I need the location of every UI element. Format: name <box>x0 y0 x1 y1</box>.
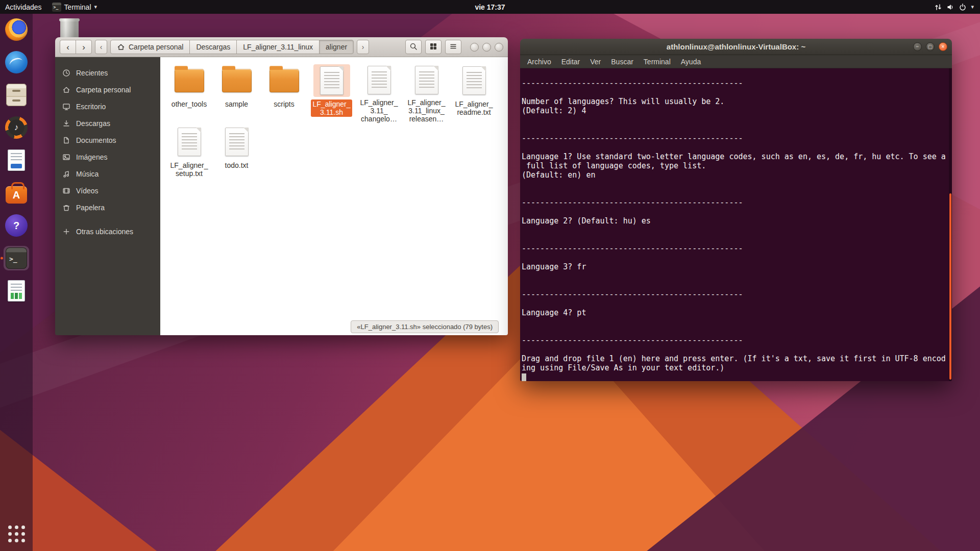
file-item-sample[interactable]: sample <box>213 64 260 123</box>
terminal-titlebar[interactable]: athlonlinux@athlonlinux-VirtualBox: ~ − … <box>520 39 952 55</box>
dock-item-firefox[interactable] <box>0 17 33 42</box>
search-button[interactable] <box>405 40 422 54</box>
file-item-lf-aligner-setup-txt[interactable]: LF_aligner_ setup.txt <box>165 126 213 185</box>
system-status-menu[interactable]: ▾ <box>928 0 980 14</box>
file-cabinet-icon <box>6 84 27 106</box>
download-icon <box>62 119 70 128</box>
terminal-menu-terminal[interactable]: Terminal <box>639 56 676 67</box>
scrollbar-thumb[interactable] <box>949 193 951 380</box>
file-item-todo-txt[interactable]: todo.txt <box>213 126 260 185</box>
file-label: other_tools <box>169 99 209 109</box>
file-thumbnail <box>171 64 208 97</box>
terminal-scrollbar[interactable] <box>949 68 952 381</box>
file-label: LF_aligner_ 3.11_ changelo… <box>358 98 400 123</box>
sidebar-item-otras-ubicaciones[interactable]: Otras ubicaciones <box>55 223 160 240</box>
dock: ♪A?>_ <box>0 14 33 551</box>
close-button[interactable]: × <box>939 42 947 51</box>
terminal-line <box>522 327 952 336</box>
file-item-lf-aligner-3-11-linux-releasen[interactable]: LF_aligner_ 3.11_linux_ releasen… <box>403 64 450 123</box>
terminal-menu-ayuda[interactable]: Ayuda <box>676 56 706 67</box>
dock-item-rhythmbox[interactable]: ♪ <box>0 115 33 140</box>
dock-item-thunderbird[interactable] <box>0 50 33 74</box>
forward-button[interactable]: › <box>76 40 92 54</box>
file-item-lf-aligner-3-11-changelo[interactable]: LF_aligner_ 3.11_ changelo… <box>355 64 403 123</box>
window-menu-button[interactable] <box>445 40 461 54</box>
view-toggle-button[interactable] <box>425 40 442 54</box>
dock-item-files[interactable] <box>0 83 33 107</box>
file-thumbnail <box>218 64 255 97</box>
minimize-button[interactable]: − <box>913 42 922 51</box>
files-headerbar: ‹ › ‹ Carpeta personalDescargasLF_aligne… <box>55 37 508 57</box>
dock-item-writer[interactable] <box>0 148 33 172</box>
path-overflow-left-button[interactable]: ‹ <box>95 40 107 54</box>
dock-item-calc[interactable] <box>0 279 33 303</box>
apps-grid-icon <box>8 525 25 542</box>
dock-item-terminal[interactable]: >_ <box>0 246 33 270</box>
file-thumbnail <box>313 64 350 97</box>
file-thumbnail <box>408 64 445 95</box>
chevron-down-icon: ▾ <box>971 4 974 10</box>
sidebar-item-documentos[interactable]: Documentos <box>55 132 160 148</box>
maximize-button[interactable] <box>482 43 491 52</box>
window-controls: − ▢ × <box>913 42 947 51</box>
clock-button[interactable]: vie 17:37 <box>470 0 510 14</box>
path-segment-lf-aligner-3-11-linux[interactable]: LF_aligner_3.11_linux <box>236 40 320 54</box>
sidebar-item-carpeta-personal[interactable]: Carpeta personal <box>55 81 160 98</box>
path-bar: Carpeta personalDescargasLF_aligner_3.11… <box>110 40 354 54</box>
terminal-line: Drag and drop file 1 (en) here and press… <box>522 354 952 363</box>
path-segment-aligner[interactable]: aligner <box>319 40 354 54</box>
file-thumbnail <box>171 126 208 158</box>
video-icon <box>62 187 70 195</box>
focused-app-menu[interactable]: >_ Terminal ▾ <box>47 0 102 14</box>
activities-button[interactable]: Actividades <box>0 0 47 14</box>
terminal-menu-ver[interactable]: Ver <box>585 56 606 67</box>
file-item-lf-aligner-readme-txt[interactable]: LF_aligner_ readme.txt <box>450 64 498 123</box>
file-item-other-tools[interactable]: other_tools <box>165 64 213 123</box>
dock-item-software[interactable]: A <box>0 181 33 205</box>
home-icon <box>117 43 125 51</box>
terminal-line <box>522 281 952 290</box>
focused-app-label: Terminal <box>64 3 91 11</box>
files-content-area[interactable]: other_toolssamplescriptsLF_aligner_ 3.11… <box>160 57 508 335</box>
file-item-lf-aligner-3-11-sh[interactable]: LF_aligner_ 3.11.sh <box>308 64 355 123</box>
terminal-menu-buscar[interactable]: Buscar <box>606 56 639 67</box>
file-item-scripts[interactable]: scripts <box>260 64 308 123</box>
path-segment-descargas[interactable]: Descargas <box>189 40 237 54</box>
terminal-menu-editar[interactable]: Editar <box>556 56 585 67</box>
terminal-screen[interactable]: ----------------------------------------… <box>520 68 952 381</box>
power-icon <box>959 3 967 11</box>
dock-item-help[interactable]: ? <box>0 213 33 238</box>
terminal-line: Language 1? Use standard two-letter lang… <box>522 152 952 161</box>
minimize-button[interactable] <box>470 43 479 52</box>
libreoffice-writer-icon <box>8 149 25 171</box>
terminal-line <box>522 317 952 327</box>
back-button[interactable]: ‹ <box>60 40 76 54</box>
terminal-line: ----------------------------------------… <box>522 198 952 207</box>
terminal-line: (Default: en) en <box>522 170 952 180</box>
sidebar-item-escritorio[interactable]: Escritorio <box>55 98 160 115</box>
sidebar-item-papelera[interactable]: Papelera <box>55 199 160 216</box>
close-button[interactable] <box>495 43 503 52</box>
show-applications-button[interactable] <box>0 521 33 546</box>
sidebar-item-imagenes[interactable]: Imágenes <box>55 148 160 165</box>
file-label: scripts <box>272 99 296 109</box>
terminal-line <box>522 299 952 308</box>
terminal-line: ----------------------------------------… <box>522 79 952 88</box>
maximize-button[interactable]: ▢ <box>926 42 935 51</box>
path-overflow-right-button[interactable]: › <box>357 40 369 54</box>
rhythmbox-icon: ♪ <box>5 116 28 139</box>
ubuntu-software-icon: A <box>6 182 27 204</box>
sidebar-item-videos[interactable]: Vídeos <box>55 182 160 199</box>
chevron-down-icon: ▾ <box>94 4 97 10</box>
terminal-line <box>522 180 952 189</box>
sidebar-item-musica[interactable]: Música <box>55 165 160 182</box>
terminal-menu-archivo[interactable]: Archivo <box>522 56 556 67</box>
text-file-icon <box>368 66 391 94</box>
sidebar-item-descargas[interactable]: Descargas <box>55 115 160 132</box>
terminal-line: full list of language codes, type list. <box>522 161 952 170</box>
path-segment-carpeta-personal[interactable]: Carpeta personal <box>110 40 190 54</box>
hamburger-icon <box>449 42 457 52</box>
terminal-line: ----------------------------------------… <box>522 290 952 299</box>
sidebar-item-recientes[interactable]: Recientes <box>55 64 160 81</box>
thunderbird-icon <box>5 51 28 73</box>
